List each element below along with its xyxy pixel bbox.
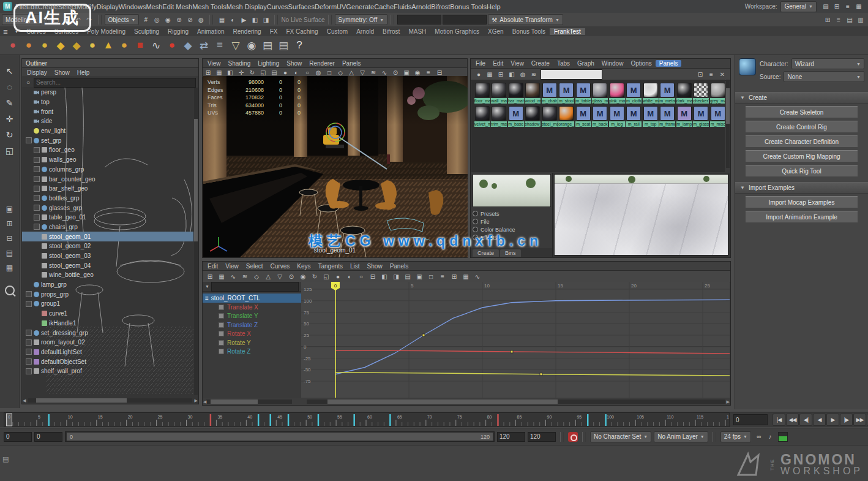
shelf-icon-5[interactable]: ● [84, 37, 100, 54]
graph-tool-icon-5[interactable]: △ [263, 272, 274, 282]
outliner-item-env-light[interactable]: env_light [22, 126, 193, 136]
hypershade-search-input[interactable] [541, 69, 602, 80]
section-create[interactable]: ▼Create [735, 92, 868, 104]
render-icon-4[interactable]: ◨ [260, 15, 271, 25]
outliner-menu-show[interactable]: Show [51, 69, 73, 76]
outliner-item-top[interactable]: top [22, 97, 193, 107]
shelf-icon-18[interactable]: ? [291, 37, 307, 54]
hypershade-menu-edit[interactable]: Edit [489, 60, 507, 67]
outliner-vscrollbar[interactable] [194, 88, 198, 395]
scale-tool[interactable]: ◱ [2, 143, 17, 158]
viewport-menu-view[interactable]: View [204, 60, 225, 67]
radio-icon[interactable] [473, 219, 478, 224]
main-menu-arnold[interactable]: Arnold [411, 3, 431, 10]
hypershade-menu-panels[interactable]: Panels [656, 60, 682, 67]
graph-tool-icon-3[interactable]: ≋ [239, 272, 250, 282]
material-checker1[interactable]: checker1 [693, 83, 710, 104]
graph-tool-icon-20[interactable]: ≡ [437, 272, 448, 282]
render-icon-3[interactable]: ◧ [249, 15, 260, 25]
viewport-menu-show[interactable]: Show [283, 60, 305, 67]
graph-tool-icon-16[interactable]: ◨ [391, 272, 402, 282]
shelf-icon-16[interactable]: ▤ [260, 37, 275, 54]
character-select[interactable]: Wizard▼ [791, 58, 864, 69]
visibility-checkbox[interactable] [34, 224, 40, 230]
sidebar-toggle-icon-3[interactable]: ▥ [855, 15, 866, 25]
graph-editor-menu-edit[interactable]: Edit [204, 263, 222, 270]
main-menu-bifrost[interactable]: Bifrost [431, 3, 450, 10]
outliner-item-chairs-grp[interactable]: chairs_grp [22, 222, 193, 232]
outliner-item-ikhandle1[interactable]: ikHandle1 [22, 319, 193, 328]
render-icon-1[interactable]: ◐ [227, 15, 238, 25]
material-velvet-mat[interactable]: velvet_mat [474, 106, 491, 127]
visibility-checkbox[interactable] [26, 339, 32, 346]
shelf-icon-17[interactable]: ▤ [275, 37, 291, 54]
graph-tool-icon-18[interactable]: ▣ [414, 272, 425, 282]
material-white-mat[interactable]: white_mat [642, 83, 659, 104]
outliner-item-columns-grp[interactable]: columns_grp [22, 165, 193, 175]
material-orange-mat[interactable]: orange_mat [558, 106, 575, 127]
quick-rig-tool-button[interactable]: Quick Rig Tool [745, 165, 858, 177]
material-m-glass[interactable]: Mm_glass [693, 106, 710, 127]
outliner-item-stool-geom-03[interactable]: stool_geom_03 [22, 251, 193, 261]
graph-editor-menu-keys[interactable]: Keys [293, 263, 314, 270]
material-m-frame[interactable]: Mm_frame [659, 106, 676, 127]
shelf-icon-10[interactable]: ● [164, 37, 180, 54]
main-menu-uv[interactable]: UV [337, 3, 346, 10]
material-glass-mat[interactable]: glass_mat [592, 83, 609, 104]
material-shadow-mat[interactable]: shadow_mat [525, 106, 542, 127]
main-menu-cache[interactable]: Cache [374, 3, 394, 10]
visibility-checkbox[interactable] [34, 166, 40, 172]
hypershade-tool-icon-3[interactable]: ◧ [506, 70, 517, 80]
shelf-tab-fx-caching[interactable]: FX Caching [282, 28, 322, 35]
source-select[interactable]: None▼ [784, 71, 864, 82]
material-dark-mat[interactable]: dark_mat [676, 83, 693, 104]
lasso-tool[interactable]: ◌ [2, 80, 17, 94]
graph-tool-icon-13[interactable]: ○ [356, 272, 367, 282]
graph-tool-icon-1[interactable]: ▦ [216, 272, 227, 282]
single-pane-layout[interactable]: ▣ [2, 202, 17, 216]
material-m-leg[interactable]: Mm_leg [608, 106, 626, 127]
main-menu-deform[interactable]: Deform [315, 3, 337, 10]
graph-tool-icon-17[interactable]: ▤ [402, 272, 413, 282]
snap-icon-1[interactable]: ◎ [151, 15, 162, 25]
main-menu-generate[interactable]: Generate [346, 3, 374, 10]
graph-tool-icon-12[interactable]: ◐ [344, 272, 355, 282]
outliner-item-props-grp[interactable]: props_grp [22, 289, 193, 299]
move-tool[interactable]: ✛ [2, 112, 17, 126]
outliner-item-stool-geom-02[interactable]: stool_geom_02 [22, 241, 193, 251]
material-m-seat[interactable]: Mm_seat [575, 106, 592, 127]
material-m-back[interactable]: Mm_back [592, 106, 609, 127]
outliner-item-wine-bottle-geo[interactable]: wine_bottle_geo [22, 270, 193, 280]
outliner-menu-display[interactable]: Display [23, 69, 51, 76]
graph-tool-icon-15[interactable]: ◧ [379, 272, 390, 282]
menubar-icon-2[interactable]: ≡ [842, 2, 853, 12]
fps-select[interactable]: 24 fps▼ [720, 431, 751, 442]
hypershade-menu-options[interactable]: Options [627, 60, 655, 67]
shelf-tab-mash[interactable]: MASH [404, 28, 430, 35]
playback-step-forward-key[interactable]: ▶▶ [853, 414, 866, 426]
snap-icon-0[interactable]: # [140, 15, 151, 25]
shelf-tab-arnold[interactable]: Arnold [352, 28, 378, 35]
main-menu-curves[interactable]: Curves [267, 3, 288, 10]
hypershade-tool-icon-5[interactable]: ≋ [528, 70, 539, 80]
outliner-item-group1[interactable]: group1 [22, 299, 193, 309]
graph-tool-icon-11[interactable]: ● [332, 272, 343, 282]
shelf-icon-12[interactable]: ⇄ [196, 37, 212, 54]
channel-translate-z[interactable]: Translate Z [203, 320, 301, 330]
outliner-search-input[interactable] [34, 78, 196, 88]
create-control-rig-button[interactable]: Create Control Rig [745, 121, 858, 133]
hypershade-menu-tabs[interactable]: Tabs [553, 60, 574, 67]
main-menu-bonus-tools[interactable]: Bonus Tools [450, 3, 487, 10]
shelf-icon-11[interactable]: ◆ [180, 37, 196, 54]
shelf-tab-animation[interactable]: Animation [193, 28, 228, 35]
main-menu-mesh-display[interactable]: Mesh Display [226, 3, 267, 10]
playback-go-to-start[interactable]: |◀ [773, 414, 785, 426]
main-menu-fluids[interactable]: Fluids [394, 3, 411, 10]
shelf-icon-9[interactable]: ∿ [148, 37, 164, 54]
input-field-2[interactable] [443, 15, 487, 25]
character-set-select[interactable]: No Character Set▼ [590, 431, 651, 442]
ge-hscrollbar[interactable] [307, 400, 725, 404]
cache-status-icon[interactable] [778, 432, 788, 442]
anim-end-field[interactable] [528, 432, 556, 442]
outliner-item-set-dressing-grp[interactable]: set_dressing_grp [22, 328, 193, 338]
